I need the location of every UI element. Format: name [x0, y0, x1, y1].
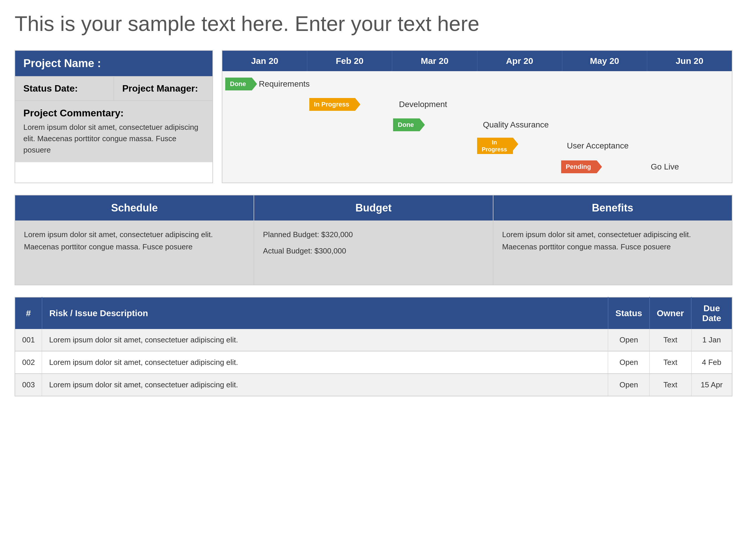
- gantt-body: DoneRequirementsIn ProgressDevelopmentDo…: [222, 71, 732, 183]
- gantt-task-label: User Acceptance: [567, 141, 629, 151]
- risk-table-cell: Text: [649, 329, 691, 351]
- gantt-task-label: Go Live: [651, 162, 679, 171]
- commentary-text: Lorem ipsum dolor sit amet, consectetuer…: [23, 122, 204, 156]
- risk-table-cell: Lorem ipsum dolor sit amet, consectetuer…: [42, 374, 608, 396]
- budget-header: Budget: [254, 195, 493, 220]
- gantt-task-label: Quality Assurance: [483, 120, 549, 130]
- gantt-month-label: Jan 20: [222, 51, 307, 71]
- budget-body: Planned Budget: $320,000 Actual Budget: …: [254, 220, 493, 285]
- risk-table-cell: 001: [15, 329, 42, 351]
- gantt-status-badge: Pending: [561, 160, 597, 173]
- benefits-col: Benefits Lorem ipsum dolor sit amet, con…: [493, 195, 732, 285]
- gantt-panel: Jan 20Feb 20Mar 20Apr 20May 20Jun 20 Don…: [222, 50, 732, 183]
- table-row: 002Lorem ipsum dolor sit amet, consectet…: [15, 351, 732, 374]
- gantt-row: In ProgressUser Acceptance: [225, 138, 729, 154]
- schedule-text: Lorem ipsum dolor sit amet, consectetuer…: [24, 229, 245, 253]
- page-title: This is your sample text here. Enter you…: [15, 12, 732, 35]
- risk-table-cell: 1 Jan: [691, 329, 732, 351]
- commentary-title: Project Commentary:: [23, 107, 204, 119]
- project-manager-cell: Project Manager:: [114, 77, 212, 100]
- gantt-row: PendingGo Live: [225, 159, 729, 175]
- risk-table-cell: Open: [608, 374, 649, 396]
- gantt-status-badge: Done: [225, 78, 252, 90]
- risk-table-cell: Text: [649, 351, 691, 374]
- risk-table-body: 001Lorem ipsum dolor sit amet, consectet…: [15, 329, 732, 396]
- risk-table-cell: Lorem ipsum dolor sit amet, consectetuer…: [42, 351, 608, 374]
- risk-table-cell: 002: [15, 351, 42, 374]
- gantt-month-label: Apr 20: [478, 51, 562, 71]
- status-row: Status Date: Project Manager:: [15, 76, 212, 100]
- risk-table-cell: 003: [15, 374, 42, 396]
- schedule-body: Lorem ipsum dolor sit amet, consectetuer…: [15, 220, 254, 285]
- risk-table-header-cell: Owner: [649, 297, 691, 329]
- risk-table-cell: Open: [608, 329, 649, 351]
- gantt-row: DoneQuality Assurance: [225, 117, 729, 132]
- risk-table-header-cell: #: [15, 297, 42, 329]
- info-panel: Project Name : Status Date: Project Mana…: [15, 50, 213, 183]
- gantt-month-label: Feb 20: [307, 51, 392, 71]
- status-date-cell: Status Date:: [15, 77, 114, 100]
- benefits-header: Benefits: [493, 195, 732, 220]
- actual-budget: Actual Budget: $300,000: [263, 245, 484, 257]
- risk-table-header-cell: Risk / Issue Description: [42, 297, 608, 329]
- benefits-text: Lorem ipsum dolor sit amet, consectetuer…: [502, 229, 723, 253]
- gantt-month-label: May 20: [562, 51, 647, 71]
- gantt-row: In ProgressDevelopment: [225, 97, 729, 112]
- gantt-month-label: Jun 20: [647, 51, 732, 71]
- gantt-status-badge: In Progress: [477, 138, 513, 154]
- risk-table-cell: Open: [608, 351, 649, 374]
- table-row: 003Lorem ipsum dolor sit amet, consectet…: [15, 374, 732, 396]
- risk-table-head: #Risk / Issue DescriptionStatusOwnerDue …: [15, 297, 732, 329]
- top-section: Project Name : Status Date: Project Mana…: [15, 50, 732, 183]
- gantt-row: DoneRequirements: [225, 76, 729, 91]
- risk-table-cell: 15 Apr: [691, 374, 732, 396]
- risk-table: #Risk / Issue DescriptionStatusOwnerDue …: [15, 297, 732, 396]
- table-row: 001Lorem ipsum dolor sit amet, consectet…: [15, 329, 732, 351]
- planned-budget: Planned Budget: $320,000: [263, 229, 484, 241]
- gantt-status-badge: In Progress: [309, 98, 355, 111]
- schedule-header: Schedule: [15, 195, 254, 220]
- gantt-task-label: Development: [399, 100, 447, 109]
- budget-col: Budget Planned Budget: $320,000 Actual B…: [254, 195, 493, 285]
- risk-table-header-cell: Due Date: [691, 297, 732, 329]
- gantt-status-badge: Done: [393, 118, 420, 131]
- risk-table-cell: Lorem ipsum dolor sit amet, consectetuer…: [42, 329, 608, 351]
- risk-table-cell: 4 Feb: [691, 351, 732, 374]
- gantt-header: Jan 20Feb 20Mar 20Apr 20May 20Jun 20: [222, 51, 732, 71]
- commentary-row: Project Commentary: Lorem ipsum dolor si…: [15, 100, 212, 162]
- project-name-row: Project Name :: [15, 51, 212, 76]
- risk-table-header-cell: Status: [608, 297, 649, 329]
- gantt-month-label: Mar 20: [392, 51, 477, 71]
- benefits-body: Lorem ipsum dolor sit amet, consectetuer…: [493, 220, 732, 285]
- schedule-col: Schedule Lorem ipsum dolor sit amet, con…: [15, 195, 254, 285]
- gantt-task-label: Requirements: [259, 79, 310, 89]
- middle-section: Schedule Lorem ipsum dolor sit amet, con…: [15, 195, 732, 285]
- risk-table-cell: Text: [649, 374, 691, 396]
